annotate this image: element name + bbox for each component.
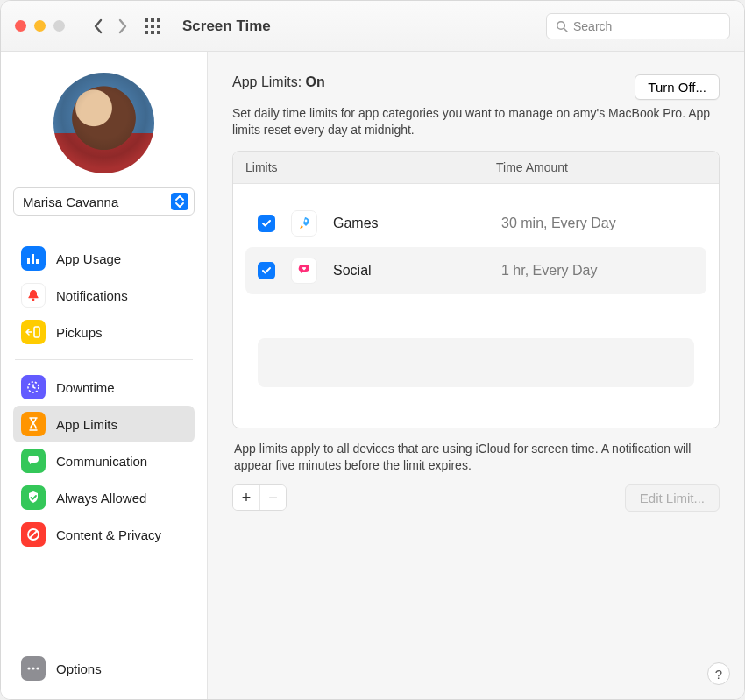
column-header-time: Time Amount: [496, 160, 706, 174]
limit-name: Social: [333, 263, 486, 279]
sidebar-item-notifications[interactable]: Notifications: [13, 277, 195, 314]
checkmark-icon: [261, 218, 272, 229]
page-description: Set daily time limits for app categories…: [232, 105, 720, 138]
content-pane: App Limits: On Turn Off... Set daily tim…: [208, 52, 744, 699]
sidebar-item-label: Always Allowed: [56, 491, 146, 506]
user-select[interactable]: Marisa Cavanna: [13, 187, 195, 216]
limit-time: 1 hr, Every Day: [501, 263, 694, 279]
sidebar-item-app-usage[interactable]: App Usage: [13, 240, 195, 277]
sidebar: Marisa Cavanna App Usage Notifications: [1, 52, 208, 699]
back-button[interactable]: [86, 14, 110, 39]
chevron-right-icon: [117, 18, 128, 34]
page-title: App Limits: On: [232, 74, 325, 90]
svg-point-10: [27, 667, 30, 669]
checkmark-icon: [261, 265, 272, 276]
apps-grid-icon: [145, 18, 160, 34]
sidebar-item-label: Content & Privacy: [56, 527, 161, 542]
sidebar-item-pickups[interactable]: Pickups: [13, 314, 195, 350]
sidebar-item-label: Pickups: [56, 325, 103, 340]
search-placeholder: Search: [573, 19, 612, 33]
page-title-label: App Limits:: [232, 74, 302, 89]
bubble-icon: [21, 449, 46, 473]
sidebar-item-label: App Limits: [56, 417, 117, 432]
window-title: Screen Time: [182, 18, 271, 35]
titlebar: Screen Time Search: [1, 1, 744, 52]
svg-rect-4: [36, 259, 39, 264]
add-remove-group: + −: [232, 484, 287, 511]
window-controls: [15, 20, 65, 32]
show-all-button[interactable]: [140, 14, 165, 39]
minimize-window-button[interactable]: [34, 20, 46, 32]
sidebar-item-label: Options: [56, 661, 102, 676]
help-icon: ?: [715, 667, 722, 682]
empty-row: [258, 338, 694, 387]
svg-line-1: [564, 28, 568, 32]
svg-rect-6: [34, 327, 39, 337]
avatar: [53, 73, 154, 173]
limits-table: Limits Time Amount Games 30 min, Every D…: [232, 151, 720, 428]
empty-row: [258, 394, 694, 412]
svg-point-11: [32, 667, 34, 669]
search-icon: [556, 20, 568, 32]
sidebar-item-app-limits[interactable]: App Limits: [13, 406, 195, 442]
sidebar-item-options[interactable]: Options: [13, 650, 195, 687]
chevron-up-icon: [175, 195, 184, 202]
pickup-icon: [21, 320, 46, 344]
sidebar-item-always-allowed[interactable]: Always Allowed: [13, 479, 195, 516]
hourglass-icon: [21, 412, 46, 436]
limits-table-body: Games 30 min, Every Day Social 1 hr, Eve…: [233, 184, 719, 428]
dots-icon: [21, 656, 46, 681]
table-row[interactable]: Social 1 hr, Every Day: [245, 247, 706, 294]
svg-rect-2: [27, 258, 30, 264]
chat-heart-icon: [291, 258, 317, 284]
sidebar-item-label: Notifications: [56, 288, 128, 303]
sidebar-item-label: Communication: [56, 454, 147, 469]
table-row[interactable]: Games 30 min, Every Day: [245, 200, 706, 247]
page-title-state: On: [306, 74, 325, 89]
check-shield-icon: [21, 485, 46, 510]
close-window-button[interactable]: [15, 20, 26, 32]
forward-button[interactable]: [110, 14, 135, 39]
search-input[interactable]: Search: [546, 13, 730, 39]
bell-icon: [21, 283, 46, 308]
column-header-limits: Limits: [245, 160, 496, 174]
sidebar-item-communication[interactable]: Communication: [13, 442, 195, 479]
svg-point-12: [36, 667, 39, 669]
sidebar-divider: [15, 359, 193, 360]
footer-description: App limits apply to all devices that are…: [234, 441, 718, 474]
sidebar-item-label: Downtime: [56, 380, 115, 395]
limit-enabled-checkbox[interactable]: [258, 215, 275, 232]
turn-off-button[interactable]: Turn Off...: [635, 74, 720, 100]
bars-icon: [21, 246, 46, 271]
system-preferences-window: Screen Time Search Marisa Cavanna App Us…: [0, 0, 745, 700]
user-select-label: Marisa Cavanna: [23, 194, 118, 209]
chevron-left-icon: [93, 18, 103, 34]
user-select-stepper: [171, 193, 188, 210]
window-body: Marisa Cavanna App Usage Notifications: [1, 52, 744, 699]
svg-point-5: [32, 299, 35, 301]
sidebar-item-downtime[interactable]: Downtime: [13, 369, 195, 406]
fullscreen-window-button[interactable]: [53, 20, 65, 32]
edit-limit-button[interactable]: Edit Limit...: [625, 484, 720, 512]
limits-table-header: Limits Time Amount: [233, 152, 719, 184]
limit-name: Games: [333, 216, 486, 231]
help-button[interactable]: ?: [707, 662, 730, 685]
remove-limit-button[interactable]: −: [259, 485, 286, 510]
rocket-icon: [291, 210, 317, 237]
svg-rect-3: [32, 254, 34, 264]
limit-time: 30 min, Every Day: [501, 216, 694, 231]
clock-icon: [21, 375, 46, 399]
svg-point-13: [305, 219, 308, 222]
add-limit-button[interactable]: +: [233, 485, 259, 510]
chevron-down-icon: [175, 202, 184, 208]
nosign-icon: [21, 522, 46, 547]
sidebar-item-content-privacy[interactable]: Content & Privacy: [13, 516, 195, 553]
sidebar-item-label: App Usage: [56, 251, 121, 266]
footer-controls: + − Edit Limit...: [232, 484, 720, 512]
header-row: App Limits: On Turn Off...: [232, 74, 720, 100]
svg-line-9: [30, 531, 37, 538]
limit-enabled-checkbox[interactable]: [258, 262, 275, 279]
